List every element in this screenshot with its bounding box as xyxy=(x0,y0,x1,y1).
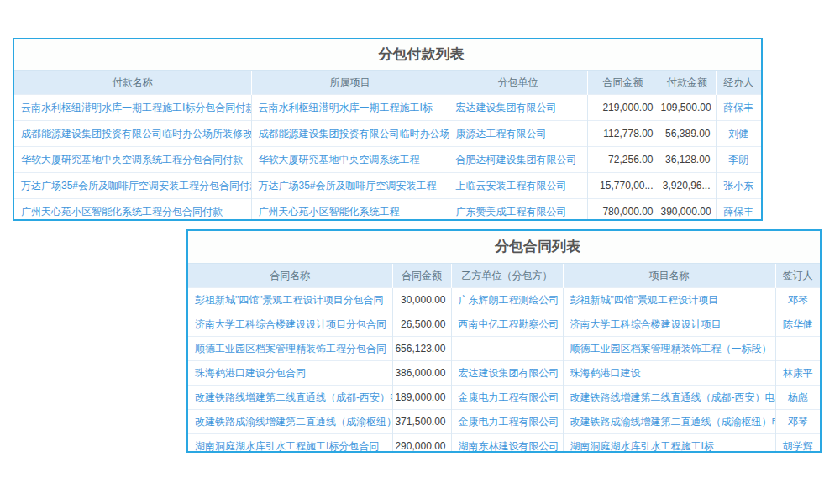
payment-amount-cell: 3,920,96... xyxy=(659,173,716,199)
contract-amount-cell: 290,000.00 xyxy=(392,434,451,454)
column-header-party-b-unit: 乙方单位（分包方） xyxy=(451,264,563,288)
payment-amount-cell: 109,500.00 xyxy=(659,95,716,121)
column-header-contract-amount: 合同金额 xyxy=(587,71,659,95)
contract-name-cell[interactable]: 彭祖新城"四馆"景观工程设计项目分包合同 xyxy=(188,288,392,312)
table-row: 成都能源建设集团投资有限公司临时办公场所装修改造...成都能源建设集团投资有限公… xyxy=(14,121,761,147)
table-row: 云南水利枢纽潜明水库一期工程施工I标分包合同付款云南水利枢纽潜明水库一期工程施工… xyxy=(14,95,761,121)
party-b-unit-cell[interactable]: 宏达建设集团有限公司 xyxy=(451,361,563,386)
project-name-cell[interactable]: 顺德工业园区档案管理精装饰工程（一标段） xyxy=(563,337,775,361)
payment-amount-cell: 56,389.00 xyxy=(659,121,716,147)
signer-cell[interactable]: 林康平 xyxy=(775,361,820,386)
project-cell[interactable]: 万达广场35#会所及咖啡厅空调安装工程 xyxy=(251,173,449,199)
table-row: 湖南洞庭湖水库引水工程施工I标分包合同290,000.00湖南东林建设有限公司湖… xyxy=(188,434,820,454)
contract-name-cell[interactable]: 改建铁路成渝线增建第二直通线（成渝枢纽）电力... xyxy=(188,410,392,434)
party-b-unit-cell[interactable]: 金康电力工程有限公司 xyxy=(451,410,563,434)
party-b-unit-cell[interactable]: 金康电力工程有限公司 xyxy=(451,386,563,410)
table-row: 广州天心苑小区智能化系统工程分包合同付款广州天心苑小区智能化系统工程广东赞美成工… xyxy=(14,199,761,222)
table-row: 珠海鹤港口建设分包合同386,000.00宏达建设集团有限公司珠海鹤港口建设林康… xyxy=(188,361,820,386)
column-header-signer: 签订人 xyxy=(775,264,820,288)
column-header-contract-name: 合同名称 xyxy=(188,264,392,288)
contract-amount-cell: 780,000.00 xyxy=(587,199,659,222)
payment-table-body: 云南水利枢纽潜明水库一期工程施工I标分包合同付款云南水利枢纽潜明水库一期工程施工… xyxy=(14,95,761,222)
column-header-payment-name: 付款名称 xyxy=(14,71,251,95)
contract-amount-cell: 72,256.00 xyxy=(587,147,659,173)
contract-name-cell[interactable]: 顺德工业园区档案管理精装饰工程分包合同 xyxy=(188,337,392,361)
contract-table-header-row: 合同名称 合同金额 乙方单位（分包方） 项目名称 签订人 xyxy=(188,264,820,288)
contract-amount-cell: 30,000.00 xyxy=(392,288,451,312)
contract-name-cell[interactable]: 济南大学工科综合楼建设设计项目分包合同 xyxy=(188,312,392,337)
handler-cell[interactable]: 张小东 xyxy=(716,173,761,199)
contract-amount-cell: 371,500.00 xyxy=(392,410,451,434)
signer-cell[interactable]: 胡学辉 xyxy=(775,434,820,454)
signer-cell[interactable] xyxy=(775,337,820,361)
payment-name-cell[interactable]: 云南水利枢纽潜明水库一期工程施工I标分包合同付款 xyxy=(14,95,251,121)
table-row: 顺德工业园区档案管理精装饰工程分包合同656,123.00顺德工业园区档案管理精… xyxy=(188,337,820,361)
column-header-handler: 经办人 xyxy=(716,71,761,95)
project-name-cell[interactable]: 改建铁路线增建第二线直通线（成都-西安）电力线... xyxy=(563,386,775,410)
project-name-cell[interactable]: 珠海鹤港口建设 xyxy=(563,361,775,386)
subcontract-unit-cell[interactable]: 宏达建设集团有限公司 xyxy=(449,95,587,121)
contract-amount-cell: 656,123.00 xyxy=(392,337,451,361)
signer-cell[interactable]: 邓琴 xyxy=(775,288,820,312)
table-row: 济南大学工科综合楼建设设计项目分包合同26,500.00西南中亿工程勘察公司济南… xyxy=(188,312,820,337)
project-cell[interactable]: 云南水利枢纽潜明水库一期工程施工I标 xyxy=(251,95,449,121)
party-b-unit-cell[interactable] xyxy=(451,337,563,361)
table-row: 万达广场35#会所及咖啡厅空调安装工程分包合同付款万达广场35#会所及咖啡厅空调… xyxy=(14,173,761,199)
payment-amount-cell: 36,128.00 xyxy=(659,147,716,173)
payment-name-cell[interactable]: 成都能源建设集团投资有限公司临时办公场所装修改造... xyxy=(14,121,251,147)
payment-name-cell[interactable]: 华软大厦研究基地中央空调系统工程分包合同付款 xyxy=(14,147,251,173)
party-b-unit-cell[interactable]: 西南中亿工程勘察公司 xyxy=(451,312,563,337)
column-header-project: 所属项目 xyxy=(251,71,449,95)
column-header-project-name: 项目名称 xyxy=(563,264,775,288)
contract-amount-cell: 26,500.00 xyxy=(392,312,451,337)
payment-name-cell[interactable]: 万达广场35#会所及咖啡厅空调安装工程分包合同付款 xyxy=(14,173,251,199)
handler-cell[interactable]: 刘健 xyxy=(716,121,761,147)
payment-table: 付款名称 所属项目 分包单位 合同金额 付款金额 经办人 云南水利枢纽潜明水库一… xyxy=(14,70,761,221)
subcontract-unit-cell[interactable]: 康源达工程有限公司 xyxy=(449,121,587,147)
project-cell[interactable]: 广州天心苑小区智能化系统工程 xyxy=(251,199,449,222)
table-row: 改建铁路线增建第二线直通线（成都-西安）电力线...189,000.00金康电力… xyxy=(188,386,820,410)
project-name-cell[interactable]: 改建铁路成渝线增建第二直通线（成渝枢纽）电力... xyxy=(563,410,775,434)
contract-name-cell[interactable]: 珠海鹤港口建设分包合同 xyxy=(188,361,392,386)
handler-cell[interactable]: 薛保丰 xyxy=(716,95,761,121)
party-b-unit-cell[interactable]: 湖南东林建设有限公司 xyxy=(451,434,563,454)
party-b-unit-cell[interactable]: 广东辉朗工程测绘公司 xyxy=(451,288,563,312)
contract-amount-cell: 386,000.00 xyxy=(392,361,451,386)
column-header-payment-amount: 付款金额 xyxy=(659,71,716,95)
handler-cell[interactable]: 薛保丰 xyxy=(716,199,761,222)
payment-list-title: 分包付款列表 xyxy=(14,39,761,70)
project-name-cell[interactable]: 济南大学工科综合楼建设设计项目 xyxy=(563,312,775,337)
subcontract-unit-cell[interactable]: 合肥达柯建设集团有限公司 xyxy=(449,147,587,173)
signer-cell[interactable]: 杨彪 xyxy=(775,386,820,410)
contract-list-panel: 分包合同列表 合同名称 合同金额 乙方单位（分包方） 项目名称 签订人 彭祖新城… xyxy=(186,229,822,453)
contract-amount-cell: 15,770,00... xyxy=(587,173,659,199)
signer-cell[interactable]: 陈华健 xyxy=(775,312,820,337)
contract-amount-cell: 189,000.00 xyxy=(392,386,451,410)
contract-name-cell[interactable]: 改建铁路线增建第二线直通线（成都-西安）电力线... xyxy=(188,386,392,410)
table-row: 彭祖新城"四馆"景观工程设计项目分包合同30,000.00广东辉朗工程测绘公司彭… xyxy=(188,288,820,312)
subcontract-unit-cell[interactable]: 广东赞美成工程有限公司 xyxy=(449,199,587,222)
payment-name-cell[interactable]: 广州天心苑小区智能化系统工程分包合同付款 xyxy=(14,199,251,222)
payment-list-panel: 分包付款列表 付款名称 所属项目 分包单位 合同金额 付款金额 经办人 云南水利… xyxy=(13,38,763,221)
table-row: 改建铁路成渝线增建第二直通线（成渝枢纽）电力...371,500.00金康电力工… xyxy=(188,410,820,434)
column-header-subcontract-unit: 分包单位 xyxy=(449,71,587,95)
subcontract-unit-cell[interactable]: 上临云安装工程有限公司 xyxy=(449,173,587,199)
contract-table-body: 彭祖新城"四馆"景观工程设计项目分包合同30,000.00广东辉朗工程测绘公司彭… xyxy=(188,288,820,454)
contract-amount-cell: 219,000.00 xyxy=(587,95,659,121)
column-header-contract-amount: 合同金额 xyxy=(392,264,451,288)
project-cell[interactable]: 华软大厦研究基地中央空调系统工程 xyxy=(251,147,449,173)
project-cell[interactable]: 成都能源建设集团投资有限公司临时办公场所... xyxy=(251,121,449,147)
contract-table: 合同名称 合同金额 乙方单位（分包方） 项目名称 签订人 彭祖新城"四馆"景观工… xyxy=(188,263,820,453)
signer-cell[interactable]: 邓琴 xyxy=(775,410,820,434)
contract-list-title: 分包合同列表 xyxy=(188,231,820,263)
table-row: 华软大厦研究基地中央空调系统工程分包合同付款华软大厦研究基地中央空调系统工程合肥… xyxy=(14,147,761,173)
project-name-cell[interactable]: 彭祖新城"四馆"景观工程设计项目 xyxy=(563,288,775,312)
handler-cell[interactable]: 李朗 xyxy=(716,147,761,173)
payment-table-header-row: 付款名称 所属项目 分包单位 合同金额 付款金额 经办人 xyxy=(14,71,761,95)
contract-name-cell[interactable]: 湖南洞庭湖水库引水工程施工I标分包合同 xyxy=(188,434,392,454)
contract-amount-cell: 112,778.00 xyxy=(587,121,659,147)
payment-amount-cell: 390,000.00 xyxy=(659,199,716,222)
project-name-cell[interactable]: 湖南洞庭湖水库引水工程施工I标 xyxy=(563,434,775,454)
